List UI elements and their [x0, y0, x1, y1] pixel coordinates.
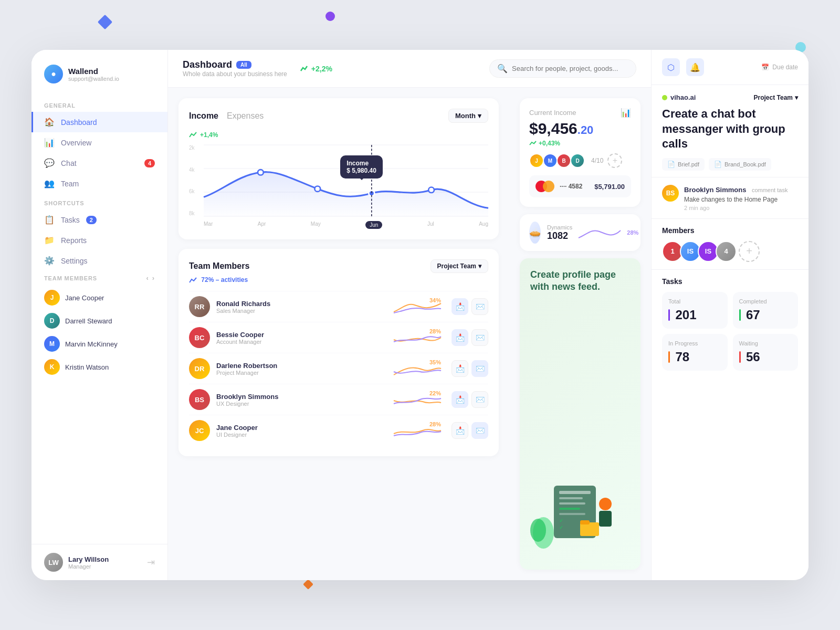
file-icon: 📄 [667, 161, 675, 168]
user-name: Lary Willson [68, 555, 109, 563]
sidebar-item-overview[interactable]: 📊 Overview [32, 132, 167, 153]
income-cents: .20 [578, 123, 594, 136]
svg-rect-18 [599, 511, 612, 527]
topbar-subtitle: Whole data about your business here [183, 70, 287, 78]
project-team-select[interactable]: Project Team ▾ [754, 94, 798, 101]
task-bar-inprogress [668, 351, 670, 363]
search-input[interactable] [512, 65, 628, 72]
project-member-avatar[interactable]: 4 [716, 241, 737, 262]
avatar: M [543, 153, 558, 168]
commenter-name: Brooklyn Simmons [684, 186, 746, 194]
chart-area: 8k 6k 4k 2k [189, 145, 488, 229]
team-members-label: Team Members [44, 275, 97, 281]
notification-icon[interactable]: 🔔 [686, 58, 704, 76]
member-activity-chart-bessie: 28% [394, 328, 441, 347]
sidebar-item-tasks[interactable]: 📋 Tasks 2 [32, 209, 167, 230]
message-button[interactable]: 📩 [452, 298, 468, 315]
content-area: Income Expenses Month ▾ +1,4% 8k [168, 88, 651, 580]
reports-icon: 📁 [44, 235, 55, 245]
dynamics-pct: 28% [627, 229, 638, 236]
chart-svg-container: Income $ 5,980.40 [204, 145, 488, 216]
svg-rect-14 [559, 513, 585, 515]
user-role: Manager [68, 563, 109, 570]
dynamics-value: 1082 [547, 230, 572, 242]
send-button[interactable]: ✉️ [471, 360, 488, 377]
logo-icon: ● [44, 65, 63, 83]
sidebar-item-label-overview: Overview [61, 139, 91, 147]
sidebar-member-kristin[interactable]: K Kristin Watson [44, 355, 155, 379]
project-members-section: Members 1 IS IS 4 + [652, 219, 808, 270]
comment-text: Make changes to the Home Page [684, 196, 788, 203]
team-filter-select[interactable]: Project Team ▾ [430, 259, 488, 273]
sidebar-member-jane[interactable]: J Jane Cooper [44, 286, 155, 309]
client-status-dot [662, 95, 667, 100]
project-header: vihao.ai Project Team ▾ Create a chat bo… [652, 85, 808, 177]
dashboard-icon: 🏠 [44, 117, 55, 127]
send-button[interactable]: ✉️ [471, 298, 488, 315]
commenter-avatar: BS [662, 185, 679, 202]
svg-text:✓: ✓ [559, 518, 563, 523]
file-item-brief[interactable]: 📄 Brief.pdf [662, 158, 705, 171]
dynamics-icon: 🥧 [529, 222, 541, 244]
message-button[interactable]: 📩 [452, 329, 468, 346]
chevron-left-icon[interactable]: ‹ [146, 274, 149, 282]
month-select[interactable]: Month ▾ [448, 109, 488, 123]
member-name-jane: Jane Cooper [65, 294, 104, 302]
client-name: vihao.ai [670, 93, 696, 101]
member-name-marvin: Marvin McKinney [65, 340, 118, 348]
send-button[interactable]: ✉️ [471, 329, 488, 346]
member-activity-chart-brooklyn: 22% [394, 390, 441, 409]
sidebar-member-marvin[interactable]: M Marvin McKinney [44, 332, 155, 355]
sidebar-item-settings[interactable]: ⚙️ Settings [32, 250, 167, 271]
team-icon: 👥 [44, 178, 55, 188]
svg-rect-13 [559, 508, 580, 510]
task-value-waiting: 56 [746, 350, 760, 364]
member-avatar-marvin: M [44, 336, 60, 352]
logout-icon[interactable]: ⇥ [147, 556, 155, 568]
send-button[interactable]: ✉️ [471, 422, 488, 439]
trend-up-icon [189, 132, 197, 138]
income-trend: +0,43% [529, 140, 631, 147]
cube-icon[interactable]: ⬡ [662, 58, 680, 76]
y-axis-labels: 8k 6k 4k 2k [189, 145, 195, 216]
topbar: Dashboard All Whole data about your busi… [168, 50, 651, 88]
bar-chart-icon: 📊 [621, 108, 631, 118]
file-item-brand[interactable]: 📄 Brand_Book.pdf [709, 158, 771, 171]
member-name: Brooklyn Simmons [216, 393, 387, 401]
left-panel: Income Expenses Month ▾ +1,4% 8k [168, 88, 509, 580]
expenses-tab[interactable]: Expenses [227, 111, 264, 121]
payment-card-row: ···· 4582 $5,791.00 [529, 175, 631, 197]
message-button[interactable]: 📩 [452, 422, 468, 439]
overview-icon: 📊 [44, 138, 55, 148]
send-button[interactable]: ✉️ [471, 391, 488, 408]
search-bar[interactable]: 🔍 [489, 59, 636, 78]
user-avatar: LW [44, 553, 63, 572]
message-button[interactable]: 📩 [452, 360, 468, 377]
table-row: JC Jane Cooper UI Designer 28% 📩 ✉️ [189, 415, 488, 446]
member-role: Project Manager [216, 370, 387, 376]
message-button[interactable]: 📩 [452, 391, 468, 408]
chat-badge: 4 [144, 159, 155, 167]
sidebar-footer: LW Lary Willson Manager ⇥ [32, 544, 167, 580]
promo-svg: ✓ ✓ [528, 475, 633, 559]
table-row: DR Darlene Robertson Project Manager 35%… [189, 353, 488, 384]
trend-icon [300, 65, 308, 73]
task-bar-waiting [739, 351, 741, 363]
tasks-badge: 2 [86, 216, 97, 224]
sidebar-item-team[interactable]: 👥 Team [32, 173, 167, 194]
chevron-right-icon[interactable]: › [152, 274, 155, 282]
svg-rect-10 [559, 491, 591, 494]
add-project-member-button[interactable]: + [739, 241, 760, 262]
promo-title: Create profile page with news feed. [530, 269, 630, 293]
member-pct: 22% [429, 390, 441, 396]
sidebar-item-reports[interactable]: 📁 Reports [32, 230, 167, 250]
sidebar-item-dashboard[interactable]: 🏠 Dashboard [32, 112, 167, 132]
sidebar-item-chat[interactable]: 💬 Chat 4 [32, 153, 167, 173]
task-label-total: Total [668, 298, 721, 304]
income-value: $9,456.20 [529, 120, 631, 138]
table-row: RR Ronald Richards Sales Manager 34% 📩 ✉… [189, 291, 488, 322]
add-member-button[interactable]: + [607, 153, 622, 168]
income-tab[interactable]: Income [189, 111, 218, 121]
sidebar-member-darrell[interactable]: D Darrell Steward [44, 309, 155, 332]
member-pct: 35% [429, 359, 441, 365]
